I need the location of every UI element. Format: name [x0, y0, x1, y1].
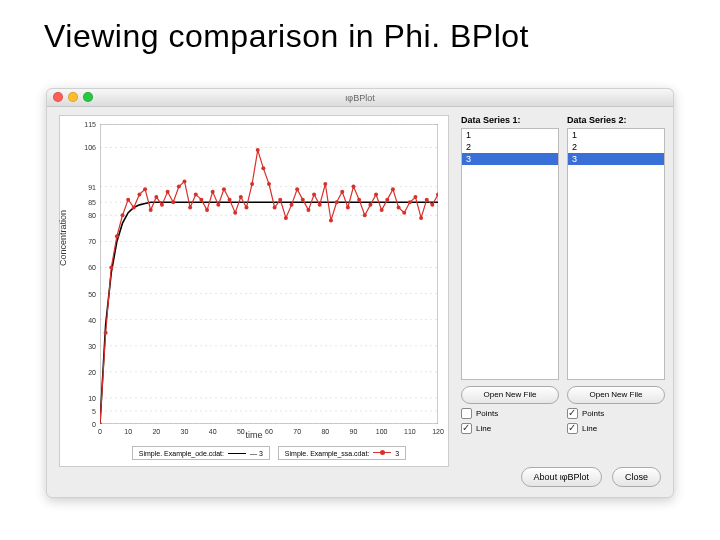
svg-point-15: [100, 422, 102, 424]
svg-point-62: [363, 213, 367, 217]
data-series-1-panel: Data Series 1: 123 Open New File Points …: [461, 115, 559, 434]
svg-point-37: [222, 187, 226, 191]
svg-point-68: [397, 205, 401, 209]
svg-point-25: [154, 195, 158, 199]
line-checkbox[interactable]: [461, 423, 472, 434]
x-axis-label: time: [60, 430, 448, 440]
line-checkbox[interactable]: [567, 423, 578, 434]
svg-point-56: [329, 219, 333, 223]
svg-point-20: [126, 198, 130, 202]
list-item[interactable]: 2: [462, 141, 558, 153]
points-checkbox[interactable]: [461, 408, 472, 419]
svg-point-44: [261, 166, 265, 170]
close-button[interactable]: Close: [612, 467, 661, 487]
chart-area: [100, 124, 438, 424]
svg-point-66: [385, 198, 389, 202]
minimize-icon[interactable]: [68, 92, 78, 102]
svg-point-46: [273, 205, 277, 209]
svg-point-29: [177, 185, 181, 189]
list-item[interactable]: 1: [568, 129, 664, 141]
svg-point-55: [323, 182, 327, 186]
y-tick: 70: [88, 238, 96, 245]
svg-point-74: [430, 203, 434, 207]
titlebar[interactable]: ιφBPlot: [47, 89, 673, 107]
svg-point-64: [374, 192, 378, 196]
svg-point-71: [413, 195, 417, 199]
svg-point-51: [301, 198, 305, 202]
svg-point-30: [183, 179, 187, 183]
svg-point-59: [346, 205, 350, 209]
svg-point-70: [408, 200, 412, 204]
y-tick: 115: [84, 121, 96, 128]
maximize-icon[interactable]: [83, 92, 93, 102]
svg-point-45: [267, 182, 271, 186]
y-tick: 106: [84, 144, 96, 151]
svg-point-19: [121, 213, 125, 217]
data-series-2-list[interactable]: 123: [567, 128, 665, 380]
y-tick: 20: [88, 368, 96, 375]
line-label: Line: [582, 424, 597, 433]
svg-point-41: [244, 205, 248, 209]
list-item[interactable]: 2: [568, 141, 664, 153]
slide-title: Viewing comparison in Phi. BPlot: [0, 0, 720, 55]
points-checkbox[interactable]: [567, 408, 578, 419]
y-tick: 60: [88, 264, 96, 271]
y-tick: 50: [88, 290, 96, 297]
y-tick: 85: [88, 199, 96, 206]
svg-point-36: [216, 203, 220, 207]
svg-point-65: [380, 208, 384, 212]
svg-rect-14: [100, 124, 438, 424]
y-tick: 10: [88, 394, 96, 401]
svg-point-60: [352, 185, 356, 189]
svg-point-75: [436, 192, 438, 196]
svg-point-24: [149, 208, 153, 212]
points-label: Points: [476, 409, 498, 418]
svg-point-22: [137, 192, 141, 196]
svg-point-21: [132, 205, 136, 209]
data-series-1-list[interactable]: 123: [461, 128, 559, 380]
legend-item: Simple. Example_ode.cdat:— 3: [132, 446, 270, 460]
data-series-2-panel: Data Series 2: 123 Open New File Points …: [567, 115, 665, 434]
svg-point-32: [194, 192, 198, 196]
svg-point-42: [250, 182, 254, 186]
svg-point-54: [318, 203, 322, 207]
svg-point-49: [290, 203, 294, 207]
svg-point-26: [160, 203, 164, 207]
y-tick: 0: [92, 421, 96, 428]
svg-point-34: [205, 208, 209, 212]
svg-point-58: [340, 190, 344, 194]
y-tick: 80: [88, 212, 96, 219]
open-new-file-button[interactable]: Open New File: [461, 386, 559, 404]
y-tick: 5: [92, 407, 96, 414]
svg-point-23: [143, 187, 147, 191]
svg-point-52: [306, 208, 310, 212]
data-series-1-label: Data Series 1:: [461, 115, 559, 125]
line-label: Line: [476, 424, 491, 433]
svg-point-48: [284, 216, 288, 220]
y-tick: 40: [88, 316, 96, 323]
svg-point-40: [239, 195, 243, 199]
about-button[interactable]: About ιφBPlot: [521, 467, 602, 487]
svg-point-63: [368, 203, 372, 207]
svg-point-50: [295, 187, 299, 191]
list-item[interactable]: 3: [462, 153, 558, 165]
plot-panel: Concentration 05102030405060708085911061…: [59, 115, 449, 467]
svg-point-18: [115, 234, 119, 238]
svg-point-35: [211, 190, 215, 194]
svg-point-73: [425, 198, 429, 202]
svg-point-16: [104, 331, 108, 335]
points-label: Points: [582, 409, 604, 418]
list-item[interactable]: 3: [568, 153, 664, 165]
close-icon[interactable]: [53, 92, 63, 102]
list-item[interactable]: 1: [462, 129, 558, 141]
svg-point-53: [312, 192, 316, 196]
y-axis-label: Concentration: [58, 210, 68, 266]
svg-point-28: [171, 200, 175, 204]
open-new-file-button[interactable]: Open New File: [567, 386, 665, 404]
svg-point-67: [391, 187, 395, 191]
svg-point-33: [199, 198, 203, 202]
svg-point-69: [402, 211, 406, 215]
data-series-2-label: Data Series 2:: [567, 115, 665, 125]
svg-point-47: [278, 198, 282, 202]
svg-point-72: [419, 216, 423, 220]
